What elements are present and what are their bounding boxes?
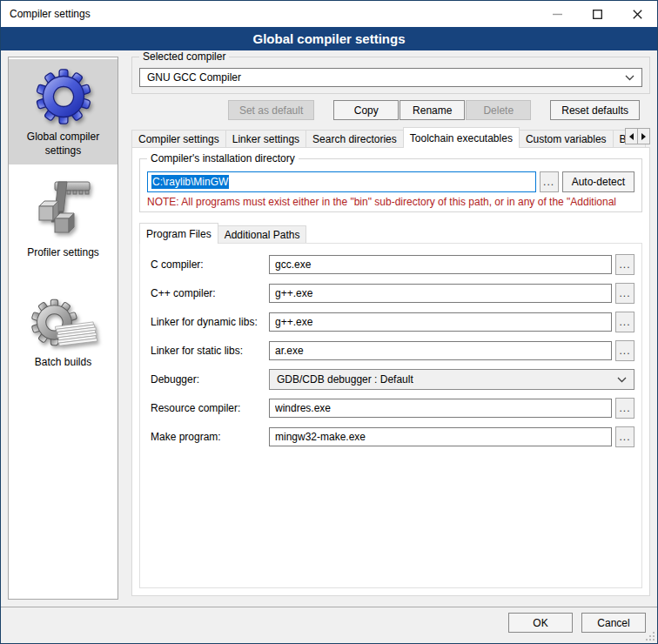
linker-static-input[interactable] [269, 341, 612, 360]
installation-directory-browse-button[interactable]: ... [540, 171, 559, 192]
installation-directory-row: C:\raylib\MinGW ... Auto-detect [147, 171, 634, 192]
compiler-tab-control: Compiler settings Linker settings Search… [131, 127, 650, 596]
toolchain-executables-page: Compiler's installation directory C:\ray… [131, 147, 650, 596]
close-icon [633, 10, 642, 19]
compiler-select[interactable]: GNU GCC Compiler [139, 68, 642, 87]
debugger-row: Debugger: GDB/CDB debugger : Default [151, 369, 634, 390]
arrow-right-icon [641, 133, 646, 140]
compiler-select-value: GNU GCC Compiler [147, 71, 241, 84]
copy-button[interactable]: Copy [333, 100, 399, 120]
c-compiler-label: C compiler: [151, 258, 269, 271]
cpp-compiler-label: C++ compiler: [151, 287, 269, 299]
linker-dynamic-browse-button[interactable]: ... [615, 312, 634, 332]
make-program-browse-button[interactable]: ... [615, 426, 634, 447]
set-as-default-button[interactable]: Set as default [228, 100, 314, 120]
linker-static-row: Linker for static libs: ... [151, 340, 634, 361]
cpp-compiler-input[interactable] [269, 284, 612, 303]
tab-strip: Compiler settings Linker settings Search… [131, 127, 650, 147]
ok-button[interactable]: OK [508, 613, 573, 633]
debugger-label: Debugger: [151, 373, 269, 386]
settings-category-list: Global compiler settings [8, 57, 118, 600]
tab-compiler-settings[interactable]: Compiler settings [131, 130, 226, 147]
tab-custom-variables[interactable]: Custom variables [519, 130, 614, 147]
sidebar-item-global-compiler-settings[interactable]: Global compiler settings [9, 59, 118, 164]
caliper-icon [32, 177, 95, 243]
minimize-button[interactable] [537, 1, 577, 27]
linker-dynamic-input[interactable] [269, 312, 612, 332]
resize-grip[interactable] [646, 632, 655, 641]
make-program-row: Make program: ... [151, 426, 634, 447]
installation-directory-group-label: Compiler's installation directory [147, 152, 299, 164]
tab-program-files[interactable]: Program Files [139, 223, 218, 244]
arrow-left-icon [629, 133, 634, 140]
chevron-down-icon [625, 75, 634, 81]
reset-defaults-button[interactable]: Reset defaults [550, 100, 640, 120]
make-program-label: Make program: [151, 431, 269, 443]
sidebar-item-profiler-settings[interactable]: Profiler settings [9, 170, 118, 267]
sidebar-item-label: Profiler settings [27, 246, 99, 260]
maximize-button[interactable] [577, 1, 617, 27]
titlebar: Compiler settings [1, 1, 657, 27]
window-title: Compiler settings [1, 8, 91, 20]
sidebar-item-batch-builds[interactable]: Batch builds [9, 292, 118, 377]
tab-scroll-left-button[interactable] [625, 128, 638, 144]
delete-button[interactable]: Delete [466, 100, 531, 120]
installation-directory-input[interactable]: C:\raylib\MinGW [147, 171, 536, 192]
compiler-actions: Set as default Copy Rename Delete Reset … [131, 100, 650, 120]
linker-static-browse-button[interactable]: ... [615, 340, 634, 361]
main-panel: Selected compiler GNU GCC Compiler Set a… [131, 57, 650, 607]
sidebar-item-label: Global compiler settings [12, 131, 114, 158]
tab-search-directories[interactable]: Search directories [306, 130, 404, 147]
tab-toolchain-executables[interactable]: Toolchain executables [403, 127, 520, 148]
cancel-button[interactable]: Cancel [581, 613, 646, 633]
c-compiler-row: C compiler: ... [151, 254, 634, 275]
tab-scroll-buttons [626, 128, 650, 144]
linker-static-label: Linker for static libs: [151, 345, 269, 357]
dialog-footer: OK Cancel [1, 607, 657, 643]
dialog-body: Global compiler settings [1, 50, 657, 607]
installation-directory-group: Compiler's installation directory C:\ray… [139, 158, 642, 212]
resource-compiler-row: Resource compiler: ... [151, 398, 634, 419]
window-controls [537, 1, 657, 27]
resource-compiler-input[interactable] [269, 399, 612, 418]
page-title: Global compiler settings [1, 27, 657, 50]
sidebar-item-label: Batch builds [35, 356, 91, 370]
close-button[interactable] [617, 1, 657, 27]
blue-gear-icon [33, 66, 94, 127]
program-files-tab-control: Program Files Additional Paths C compile… [139, 223, 642, 588]
sub-tab-strip: Program Files Additional Paths [139, 223, 642, 243]
cpp-compiler-row: C++ compiler: ... [151, 283, 634, 304]
program-files-page: C compiler: ... C++ compiler: ... Linker [139, 243, 642, 588]
resource-compiler-browse-button[interactable]: ... [615, 398, 634, 419]
chevron-down-icon [617, 377, 627, 383]
debugger-select-value: GDB/CDB debugger : Default [277, 373, 413, 386]
make-program-input[interactable] [269, 427, 612, 446]
debugger-select[interactable]: GDB/CDB debugger : Default [269, 369, 634, 390]
linker-dynamic-row: Linker for dynamic libs: ... [151, 312, 634, 332]
auto-detect-button[interactable]: Auto-detect [562, 171, 634, 192]
compiler-settings-dialog: Compiler settings Global compiler settin… [0, 0, 658, 644]
minimize-icon [553, 10, 562, 19]
maximize-icon [593, 10, 602, 19]
tab-linker-settings[interactable]: Linker settings [225, 130, 306, 147]
installation-directory-selected-text: C:\raylib\MinGW [151, 175, 229, 189]
selected-compiler-group: Selected compiler GNU GCC Compiler [131, 57, 650, 94]
c-compiler-browse-button[interactable]: ... [615, 254, 634, 275]
cpp-compiler-browse-button[interactable]: ... [615, 283, 634, 304]
bin-subdirectory-note: NOTE: All programs must exist either in … [147, 196, 634, 208]
rename-button[interactable]: Rename [400, 100, 465, 120]
linker-dynamic-label: Linker for dynamic libs: [151, 316, 269, 328]
c-compiler-input[interactable] [269, 255, 612, 274]
resource-compiler-label: Resource compiler: [151, 402, 269, 414]
gray-gear-stack-icon [29, 299, 98, 352]
tab-scroll-right-button[interactable] [637, 128, 650, 144]
tab-additional-paths[interactable]: Additional Paths [218, 225, 307, 243]
selected-compiler-group-label: Selected compiler [139, 50, 229, 63]
